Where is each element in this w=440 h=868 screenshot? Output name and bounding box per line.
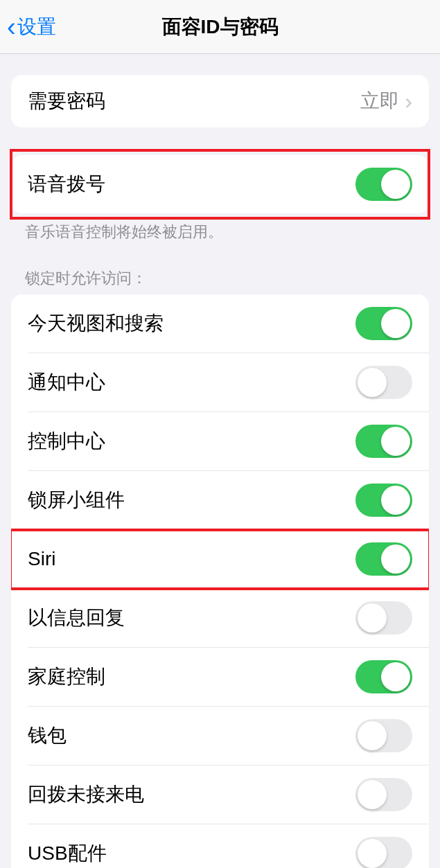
toggle-knob [381, 544, 410, 574]
lock-access-row-wrapper: 钱包 [11, 707, 429, 765]
lock-access-toggle[interactable] [355, 660, 412, 693]
lock-access-row-wrapper: 家庭控制 [11, 648, 429, 706]
lock-access-row-wrapper: USB配件 [11, 824, 429, 868]
lock-access-label: 通知中心 [28, 369, 105, 396]
back-label: 设置 [17, 14, 56, 40]
lock-access-toggle[interactable] [355, 307, 412, 340]
lock-access-label: 今天视图和搜索 [28, 310, 164, 337]
toggle-knob [358, 368, 387, 397]
lock-access-row[interactable]: USB配件 [11, 824, 429, 868]
lock-access-group: 今天视图和搜索通知中心控制中心锁屏小组件Siri以信息回复家庭控制钱包回拨未接来… [11, 294, 429, 868]
page-title: 面容ID与密码 [0, 14, 440, 40]
lock-access-row[interactable]: 回拨未接来电 [11, 765, 429, 824]
lock-access-toggle[interactable] [355, 601, 412, 635]
require-passcode-value: 立即 [360, 88, 399, 114]
lock-access-label: Siri [28, 548, 55, 570]
lock-access-toggle[interactable] [355, 484, 412, 517]
voice-dial-row[interactable]: 语音拨号 [11, 155, 429, 213]
toggle-knob [381, 486, 410, 515]
lock-access-toggle[interactable] [355, 837, 412, 868]
lock-access-toggle[interactable] [355, 425, 412, 458]
voice-dial-footer: 音乐语音控制将始终被启用。 [25, 222, 415, 243]
chevron-left-icon: ‹ [7, 14, 16, 40]
lock-access-header: 锁定时允许访问： [25, 268, 415, 289]
lock-access-row[interactable]: Siri [11, 530, 429, 588]
lock-access-label: 控制中心 [28, 428, 105, 454]
lock-access-row[interactable]: 钱包 [11, 707, 429, 765]
lock-access-row-wrapper: 回拨未接来电 [11, 765, 429, 824]
toggle-knob [381, 170, 410, 199]
lock-access-row[interactable]: 通知中心 [11, 353, 429, 411]
toggle-knob [358, 721, 387, 750]
passcode-group: 需要密码 立即 › [11, 75, 429, 127]
lock-access-row[interactable]: 锁屏小组件 [11, 471, 429, 529]
voice-dial-toggle[interactable] [355, 168, 412, 201]
lock-access-row[interactable]: 家庭控制 [11, 648, 429, 706]
voice-dial-group: 语音拨号 [11, 155, 429, 213]
lock-access-row-wrapper: Siri [11, 530, 429, 588]
toggle-knob [381, 662, 410, 691]
lock-access-row[interactable]: 以信息回复 [11, 589, 429, 647]
toggle-knob [381, 427, 410, 456]
navigation-bar: ‹ 设置 面容ID与密码 [0, 0, 440, 54]
lock-access-label: USB配件 [28, 840, 107, 867]
lock-access-toggle[interactable] [355, 366, 412, 399]
lock-access-row-wrapper: 通知中心 [11, 353, 429, 411]
lock-access-row[interactable]: 控制中心 [11, 412, 429, 470]
lock-access-label: 家庭控制 [28, 664, 105, 690]
toggle-knob [358, 603, 387, 632]
toggle-knob [381, 309, 410, 338]
toggle-knob [358, 780, 387, 809]
lock-access-label: 钱包 [28, 723, 67, 749]
lock-access-toggle[interactable] [355, 542, 412, 576]
content: 需要密码 立即 › 语音拨号 音乐语音控制将始终被启用。 锁定时允许访问： 今天… [0, 75, 440, 868]
lock-access-label: 锁屏小组件 [28, 487, 125, 513]
chevron-right-icon: › [405, 89, 412, 114]
lock-access-toggle[interactable] [355, 778, 412, 811]
require-passcode-row[interactable]: 需要密码 立即 › [11, 75, 429, 127]
lock-access-row-wrapper: 今天视图和搜索 [11, 294, 429, 353]
toggle-knob [358, 839, 387, 868]
lock-access-row-wrapper: 以信息回复 [11, 589, 429, 647]
back-button[interactable]: ‹ 设置 [7, 14, 56, 40]
lock-access-row[interactable]: 今天视图和搜索 [11, 294, 429, 353]
lock-access-row-wrapper: 控制中心 [11, 412, 429, 470]
lock-access-row-wrapper: 锁屏小组件 [11, 471, 429, 529]
voice-dial-label: 语音拨号 [28, 171, 105, 197]
lock-access-label: 回拨未接来电 [28, 781, 144, 808]
lock-access-label: 以信息回复 [28, 605, 125, 631]
lock-access-toggle[interactable] [355, 719, 412, 752]
require-passcode-label: 需要密码 [28, 88, 105, 114]
